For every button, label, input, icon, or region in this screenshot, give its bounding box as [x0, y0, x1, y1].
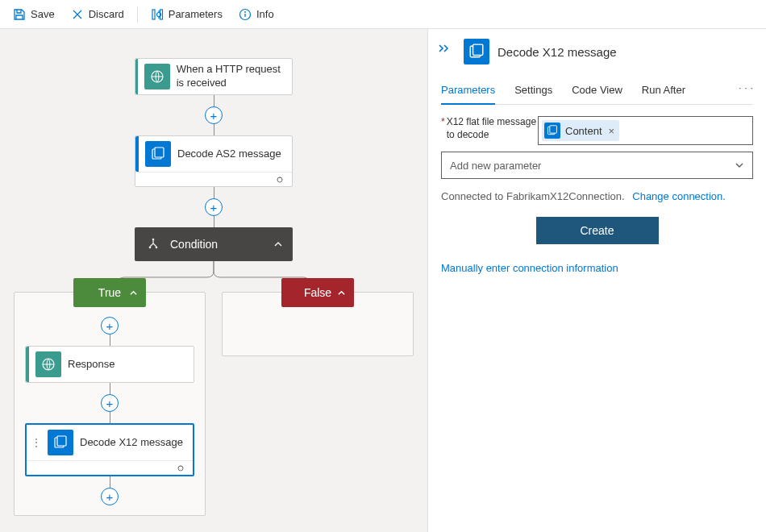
- node-decode-as2[interactable]: Decode AS2 message: [135, 135, 293, 187]
- chevron-up-icon: [273, 239, 283, 249]
- save-icon: [13, 8, 26, 21]
- condition-title: Condition: [170, 238, 273, 251]
- true-header[interactable]: True: [73, 278, 146, 307]
- false-label: False: [304, 286, 331, 299]
- content-token[interactable]: Content ×: [542, 120, 619, 141]
- add-parameter-label: Add new parameter: [450, 160, 541, 172]
- param-input[interactable]: Content ×: [538, 116, 753, 145]
- save-button[interactable]: Save: [6, 5, 61, 24]
- false-branch: False: [222, 292, 414, 356]
- designer-canvas[interactable]: When a HTTP request is received + Decode…: [0, 29, 427, 532]
- details-panel: Decode X12 message Parameters Settings C…: [427, 29, 766, 532]
- manual-connection-link[interactable]: Manually enter connection information: [441, 262, 618, 274]
- discard-label: Discard: [89, 8, 124, 20]
- tab-code-view[interactable]: Code View: [572, 79, 622, 104]
- add-parameter-dropdown[interactable]: Add new parameter: [441, 152, 753, 179]
- node-decode-x12[interactable]: ⋮ Decode X12 message: [25, 423, 194, 476]
- response-title: Response: [68, 358, 125, 372]
- add-step-button[interactable]: +: [101, 394, 119, 412]
- node-condition[interactable]: Condition: [135, 227, 293, 261]
- as2-icon: [145, 141, 171, 167]
- parameters-button[interactable]: Parameters: [144, 5, 229, 24]
- true-branch: True + Response: [14, 292, 206, 516]
- tab-overflow-button[interactable]: · · ·: [739, 81, 753, 102]
- add-step-button[interactable]: +: [205, 198, 223, 216]
- condition-icon: [144, 235, 162, 253]
- toolbar: Save Discard Parameters Info: [0, 0, 766, 29]
- panel-title: Decode X12 message: [497, 45, 617, 59]
- add-step-button[interactable]: +: [101, 317, 119, 335]
- false-header[interactable]: False: [281, 278, 354, 307]
- parameters-label: Parameters: [169, 8, 223, 20]
- param-label: *X12 flat file message to decode: [441, 116, 538, 141]
- svg-point-9: [156, 247, 158, 249]
- svg-point-4: [244, 11, 246, 13]
- add-step-button[interactable]: +: [101, 488, 119, 505]
- chevron-up-icon: [337, 289, 346, 297]
- create-button[interactable]: Create: [536, 217, 659, 244]
- svg-point-10: [152, 239, 155, 241]
- panel-tabs: Parameters Settings Code View Run After …: [441, 79, 753, 105]
- connection-indicator: [27, 460, 193, 475]
- svg-rect-7: [155, 148, 164, 157]
- node-http-trigger[interactable]: When a HTTP request is received: [135, 58, 293, 95]
- remove-token-button[interactable]: ×: [609, 125, 615, 137]
- tab-parameters[interactable]: Parameters: [441, 79, 495, 104]
- parameters-icon: [151, 8, 164, 21]
- http-icon: [144, 64, 170, 89]
- info-button[interactable]: Info: [232, 5, 281, 24]
- chevron-down-icon: [735, 160, 744, 170]
- drag-handle-icon[interactable]: ⋮: [31, 438, 41, 447]
- tab-settings[interactable]: Settings: [514, 79, 552, 104]
- change-connection-link[interactable]: Change connection.: [632, 190, 726, 202]
- decode-x12-title: Decode X12 message: [80, 436, 193, 450]
- connection-indicator: [135, 172, 292, 186]
- svg-rect-17: [550, 126, 557, 133]
- svg-rect-0: [152, 10, 155, 19]
- save-label: Save: [31, 8, 55, 20]
- toolbar-separator: [137, 6, 138, 23]
- info-label: Info: [256, 8, 274, 20]
- node-response[interactable]: Response: [25, 346, 194, 383]
- info-icon: [239, 8, 252, 21]
- add-step-button[interactable]: +: [205, 106, 223, 124]
- http-trigger-title: When a HTTP request is received: [177, 63, 292, 90]
- x12-icon: [48, 430, 73, 455]
- svg-rect-15: [473, 44, 483, 55]
- token-label: Content: [565, 125, 602, 137]
- collapse-panel-button[interactable]: [438, 44, 451, 53]
- decode-as2-title: Decode AS2 message: [177, 148, 291, 161]
- discard-icon: [71, 8, 84, 21]
- x12-panel-icon: [464, 39, 489, 64]
- svg-rect-13: [57, 436, 66, 446]
- connection-info: Connected to FabrikamX12Connection. Chan…: [441, 190, 753, 202]
- response-icon: [35, 351, 61, 377]
- discard-button[interactable]: Discard: [65, 5, 131, 24]
- tab-run-after[interactable]: Run After: [642, 79, 685, 104]
- token-icon: [544, 123, 560, 139]
- svg-point-8: [149, 247, 152, 249]
- chevron-up-icon: [129, 289, 138, 297]
- true-label: True: [98, 286, 121, 299]
